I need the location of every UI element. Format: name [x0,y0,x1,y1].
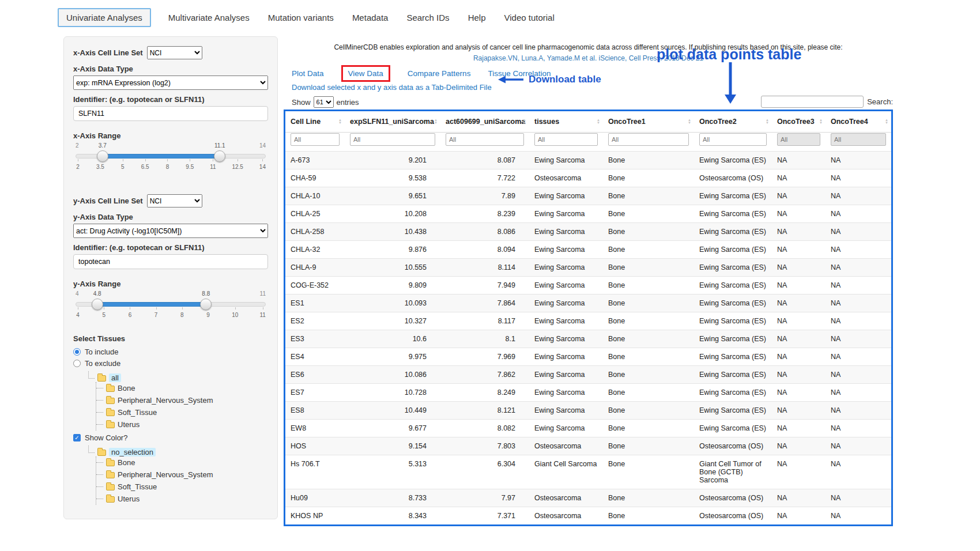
column-header-oncotree3[interactable]: OncoTree3▲▼ [772,111,826,133]
y-range-handle-from[interactable] [92,299,103,310]
show-color-option[interactable]: Show Color? [73,433,268,442]
tissue-tree-item[interactable]: Peripheral_Nervous_System [103,394,268,406]
table-row[interactable]: CHLA-9 10.555 8.114 Ewing Sarcoma Bone E… [285,259,891,277]
table-row[interactable]: Hu09 8.733 7.97 Osteosarcoma Bone Osteos… [285,489,891,507]
column-header-oncotree2[interactable]: OncoTree2▲▼ [694,111,772,133]
entries-length-select[interactable]: 61 [314,96,334,108]
table-row[interactable]: ES6 10.086 7.862 Ewing Sarcoma Bone Ewin… [285,366,891,384]
subtab-compare-patterns[interactable]: Compare Patterns [408,69,471,78]
exp-value-cell: 10.728 [345,384,440,402]
table-row[interactable]: ES4 9.975 7.969 Ewing Sarcoma Bone Ewing… [285,348,891,366]
exclude-label: To exclude [85,359,120,368]
y-data-type-select[interactable]: act: Drug Activity (-log10[IC50M]) [73,224,268,238]
column-filter-input[interactable] [350,133,435,146]
tree-root-no-selection[interactable]: no_selection [88,448,268,456]
table-row[interactable]: ES8 10.449 8.121 Ewing Sarcoma Bone Ewin… [285,402,891,420]
x-range-handle-from[interactable] [97,150,108,162]
table-row[interactable]: ES1 10.093 7.864 Ewing Sarcoma Bone Ewin… [285,295,891,312]
x-identifier-input[interactable] [73,106,268,121]
table-row[interactable]: A-673 9.201 8.087 Ewing Sarcoma Bone Ewi… [285,152,891,169]
tissue-tree-item[interactable]: Uterus [103,493,268,505]
column-filter-input[interactable] [777,133,820,146]
x-range-slider[interactable]: 2 3.7 11.1 14 23.556.589.51112.514 [76,142,266,170]
column-filter-input[interactable] [699,133,767,146]
table-row[interactable]: EW8 9.677 8.082 Ewing Sarcoma Bone Ewing… [285,420,891,437]
tab-mutation-variants[interactable]: Mutation variants [267,9,335,26]
show-color-checkbox[interactable] [73,434,81,441]
table-row[interactable]: CHLA-258 10.438 8.086 Ewing Sarcoma Bone… [285,223,891,241]
table-row[interactable]: Hs 706.T 5.313 6.304 Giant Cell Sarcoma … [285,455,891,489]
table-row[interactable]: CHA-59 9.538 7.722 Osteosarcoma Bone Ost… [285,169,891,187]
table-row[interactable]: HOS 9.154 7.803 Osteosarcoma Bone Osteos… [285,437,891,455]
download-tab-delimited-link[interactable]: Download selected x and y axis data as a… [292,83,492,92]
table-row[interactable]: CHLA-32 9.876 8.094 Ewing Sarcoma Bone E… [285,241,891,259]
tissues-exclude-option[interactable]: To exclude [73,359,268,368]
column-header-exp[interactable]: expSLFN11_uniSarcoma▲▼ [345,111,440,133]
table-row[interactable]: CHLA-10 9.651 7.89 Ewing Sarcoma Bone Ew… [285,187,891,205]
citation-link[interactable]: Rajapakse.VN, Luna.A, Yamade.M et al. iS… [284,54,893,62]
exp-value-cell: 9.201 [345,152,440,169]
sort-icon[interactable]: ▲▼ [597,119,600,124]
search-input[interactable] [761,96,864,108]
x-data-type-select[interactable]: exp: mRNA Expression (log2) [73,76,268,90]
cell-line-cell: A-673 [285,152,345,169]
table-row[interactable]: ES7 10.728 8.249 Ewing Sarcoma Bone Ewin… [285,384,891,402]
y-identifier-input[interactable] [73,254,268,269]
tissues-include-option[interactable]: To include [73,348,268,356]
tissue-tree-item[interactable]: Uterus [103,418,268,431]
x-range-handle-to[interactable] [214,150,225,162]
column-header-tissues[interactable]: tissues▲▼ [529,111,603,133]
column-header-act[interactable]: act609699_uniSarcoma▲▼ [440,111,529,133]
slider-tick-label: 2 [76,164,80,170]
tab-video-tutorial[interactable]: Video tutorial [503,9,555,26]
tissue-tree-item[interactable]: Bone [103,456,268,469]
column-filter-input[interactable] [608,133,689,146]
search-label: Search: [867,97,893,106]
y-range-track[interactable] [76,302,266,307]
include-radio[interactable] [73,348,81,356]
table-header-row: Cell Line▲▼ expSLFN11_uniSarcoma▲▼ act60… [285,111,891,133]
tissue-tree-item[interactable]: Soft_Tissue [103,481,268,493]
table-row[interactable]: CHLA-25 10.208 8.239 Ewing Sarcoma Bone … [285,205,891,223]
tissue-tree-item[interactable]: Peripheral_Nervous_System [103,469,268,481]
column-header-oncotree4[interactable]: OncoTree4▲▼ [826,111,891,133]
subtab-view-data[interactable]: View Data [348,69,383,78]
column-filter-input[interactable] [831,133,886,146]
tab-univariate-analyses[interactable]: Univariate Analyses [58,8,151,27]
tissue-tree-item[interactable]: Bone [103,382,268,394]
table-row[interactable]: ES3 10.6 8.1 Ewing Sarcoma Bone Ewing Sa… [285,330,891,348]
column-filter-input[interactable] [534,133,598,146]
sort-icon[interactable]: ▲▼ [434,119,438,124]
column-filter-input[interactable] [446,133,524,146]
column-filter-input[interactable] [291,133,340,146]
tab-multivariate-analyses[interactable]: Multivariate Analyses [167,9,251,26]
tab-help[interactable]: Help [467,9,487,26]
subtab-plot-data[interactable]: Plot Data [292,69,324,78]
x-cell-line-set-select[interactable]: NCI [147,46,202,59]
tree-branch [96,388,103,388]
y-cell-line-set-select[interactable]: NCI [147,194,202,207]
sort-icon[interactable]: ▲▼ [338,119,342,124]
table-row[interactable]: ES2 10.327 8.117 Ewing Sarcoma Bone Ewin… [285,312,891,330]
column-header-cell-line[interactable]: Cell Line▲▼ [285,111,345,133]
table-row[interactable]: KHOS NP 8.343 7.371 Osteosarcoma Bone Os… [285,507,891,525]
act-value-cell: 7.969 [440,348,529,366]
sort-icon[interactable]: ▲▼ [766,119,769,124]
sort-icon[interactable]: ▲▼ [688,119,691,124]
column-header-oncotree1[interactable]: OncoTree1▲▼ [603,111,694,133]
oncotree1-cell: Bone [603,259,694,277]
tab-search-ids[interactable]: Search IDs [405,9,450,26]
tissue-tree-item[interactable]: Soft_Tissue [103,406,268,418]
x-range-track[interactable] [76,154,266,158]
sort-icon[interactable]: ▲▼ [819,119,823,124]
sort-icon[interactable]: ▲▼ [523,119,526,124]
folder-icon [106,460,115,466]
sort-icon[interactable]: ▲▼ [885,119,888,124]
tab-metadata[interactable]: Metadata [351,9,390,26]
exclude-radio[interactable] [73,360,81,367]
y-range-slider[interactable]: 4 4.8 8.8 11 4567891011 [76,290,266,318]
tree-root-all[interactable]: all [88,373,268,382]
table-row[interactable]: COG-E-352 9.809 7.949 Ewing Sarcoma Bone… [285,277,891,295]
oncotree3-cell: NA [772,312,826,330]
y-range-handle-to[interactable] [200,299,212,310]
